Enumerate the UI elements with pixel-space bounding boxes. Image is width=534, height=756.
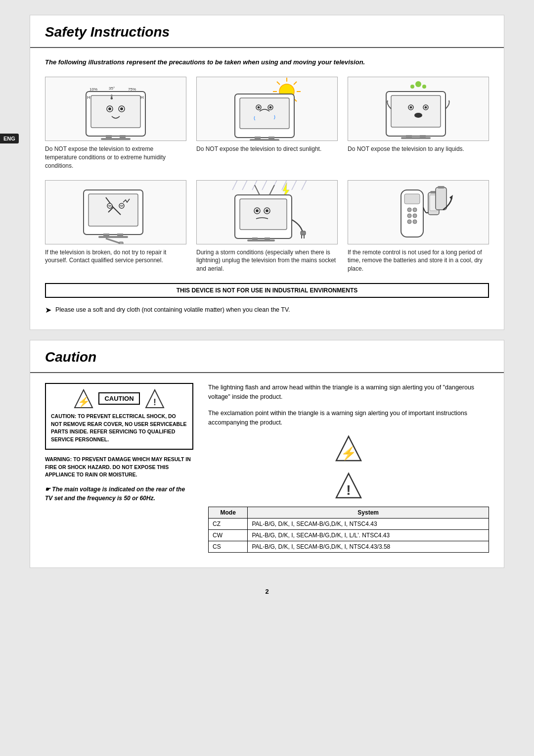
exclamation-icon-large: ! (335, 472, 362, 499)
svg-line-22 (294, 82, 297, 85)
svg-text:75%: 75% (128, 87, 136, 92)
svg-point-32 (269, 106, 272, 109)
svg-line-58 (232, 180, 237, 190)
table-row: CS PAL-B/G, D/K, I, SECAM-B/G,D/K, I, NT… (209, 541, 489, 552)
warning-text: WARNING: TO PREVENT DAMAGE WHICH MAY RES… (45, 456, 193, 479)
svg-point-84 (407, 214, 411, 218)
svg-point-76 (266, 209, 268, 212)
lightning-triangle-icon: ⚡ (335, 435, 362, 462)
svg-text:H: H (140, 95, 144, 100)
svg-point-75 (256, 209, 259, 212)
table-cell-cz-mode: CZ (209, 518, 248, 529)
svg-line-59 (242, 180, 247, 190)
table-row: CZ PAL-B/G, D/K, I, SECAM-B/G,D/K, I, NT… (209, 518, 489, 529)
illus-box-temp: 10% 75% 35° H H 🌡 (45, 77, 186, 141)
svg-rect-92 (438, 186, 445, 189)
illus-temp-humidity: 10% 75% 35° H H 🌡 Do NOT expose the tele… (45, 77, 186, 170)
caution-section: Caution ⚡ CAUTION (30, 340, 504, 568)
lightning-desc: The lightning flash and arrow head withi… (208, 383, 489, 402)
svg-line-56 (106, 238, 121, 243)
svg-rect-28 (250, 139, 279, 141)
svg-point-34 (410, 85, 414, 89)
caution-title: Caution (45, 349, 489, 365)
right-icons-col: ⚡ ! (208, 435, 489, 499)
svg-rect-91 (436, 188, 446, 210)
pointer-note: ➤ Please use a soft and dry cloth (not c… (45, 305, 489, 315)
illustrations-row2: If the television is broken, do not try … (45, 180, 489, 273)
svg-rect-57 (119, 242, 123, 244)
illus-box-liquids (348, 77, 489, 141)
safety-section: Safety Instructions The following illust… (30, 15, 504, 330)
svg-rect-37 (391, 95, 441, 127)
table-cell-cs-system: PAL-B/G, D/K, I, SECAM-B/G,D/K, I, NTSC4… (248, 541, 489, 552)
caution-title-bar: Caution (30, 340, 504, 373)
table-header-system: System (248, 507, 489, 518)
svg-point-86 (407, 220, 411, 224)
caution-header-row: ⚡ CAUTION ! (51, 389, 187, 409)
illus-box-remote (348, 180, 489, 244)
svg-point-45 (414, 113, 422, 118)
pointer-text: Please use a soft and dry cloth (not con… (55, 306, 290, 313)
illus-caption-temp: Do NOT expose the television to extreme … (45, 145, 186, 170)
illus-sunlight: Do NOT expose the television to direct s… (196, 77, 338, 170)
svg-rect-40 (401, 137, 431, 139)
illus-box-storm (196, 180, 338, 244)
svg-text:⚡: ⚡ (78, 396, 90, 408)
illus-box-sunlight (196, 77, 338, 141)
svg-point-83 (413, 208, 417, 212)
svg-rect-81 (404, 194, 420, 204)
svg-rect-25 (240, 98, 289, 129)
svg-text:H: H (87, 95, 90, 100)
illus-storm: During a storm conditions (especially wh… (196, 180, 338, 273)
svg-point-8 (120, 107, 123, 110)
svg-point-33 (415, 81, 421, 87)
svg-rect-77 (301, 231, 306, 235)
illus-liquids: Do NOT expose the television to any liqu… (348, 77, 489, 170)
table-header-mode: Mode (209, 507, 248, 518)
caution-body-text: CAUTION: TO PREVENT ELECTRICAL SHOCK, DO… (51, 413, 187, 444)
svg-text:10%: 10% (89, 87, 97, 92)
table-row: CW PAL-B/G, D/K, I, SECAM-B/G,D/K, I, L/… (209, 529, 489, 541)
illus-caption-remote: If the remote control is not used for a … (348, 248, 489, 273)
svg-line-65 (302, 180, 307, 190)
svg-point-43 (410, 106, 412, 109)
table-cell-cs-mode: CS (209, 541, 248, 552)
tv-storm-svg (227, 180, 307, 244)
illus-repair: If the television is broken, do not try … (45, 180, 186, 273)
eng-badge: ENG (0, 134, 19, 143)
svg-point-6 (108, 107, 111, 110)
tv-sunlight-svg (227, 77, 307, 141)
warning-banner: THIS DEVICE IS NOT FOR USE IN INDUSTRIAL… (45, 283, 489, 298)
svg-line-71 (255, 185, 260, 195)
caution-right-col: The lightning flash and arrow head withi… (208, 383, 489, 553)
inner-caution-box: ⚡ CAUTION ! CAUTION: TO PREVENT ELECTRIC… (45, 383, 193, 450)
svg-rect-67 (240, 199, 287, 230)
svg-line-20 (277, 82, 280, 85)
svg-line-72 (269, 185, 274, 195)
exclamation-triangle-right: ! (145, 389, 165, 409)
illus-caption-sun: Do NOT expose the television to direct s… (196, 145, 321, 153)
svg-text:35°: 35° (109, 86, 115, 91)
svg-point-82 (407, 208, 411, 212)
svg-point-87 (413, 220, 417, 224)
tv-temp-svg: 10% 75% 35° H H 🌡 (76, 77, 155, 141)
svg-rect-4 (101, 138, 131, 140)
svg-text:🌡: 🌡 (108, 93, 115, 101)
svg-line-64 (292, 180, 297, 190)
svg-line-61 (262, 180, 267, 190)
lightning-icon-large: ⚡ (335, 435, 362, 462)
table-cell-cz-system: PAL-B/G, D/K, I, SECAM-B/G,D/K, I, NTSC4… (248, 518, 489, 529)
lightning-triangle-left: ⚡ (74, 389, 93, 409)
svg-point-85 (413, 214, 417, 218)
table-cell-cw-mode: CW (209, 529, 248, 541)
caution-left-col: ⚡ CAUTION ! CAUTION: TO PREVENT ELECTRIC… (45, 383, 193, 553)
page-number: 2 (0, 583, 534, 600)
remote-svg (379, 180, 458, 244)
tv-liquids-svg (379, 77, 458, 141)
exclamation-desc: The exclamation point within the triangl… (208, 409, 489, 427)
illustrations-row1: 10% 75% 35° H H 🌡 Do NOT expose the tele… (45, 77, 489, 170)
svg-text:⚡: ⚡ (341, 445, 357, 461)
mode-system-table: Mode System CZ PAL-B/G, D/K, I, SECAM-B/… (208, 507, 489, 553)
svg-rect-53 (98, 236, 128, 238)
svg-text:!: ! (153, 397, 156, 407)
